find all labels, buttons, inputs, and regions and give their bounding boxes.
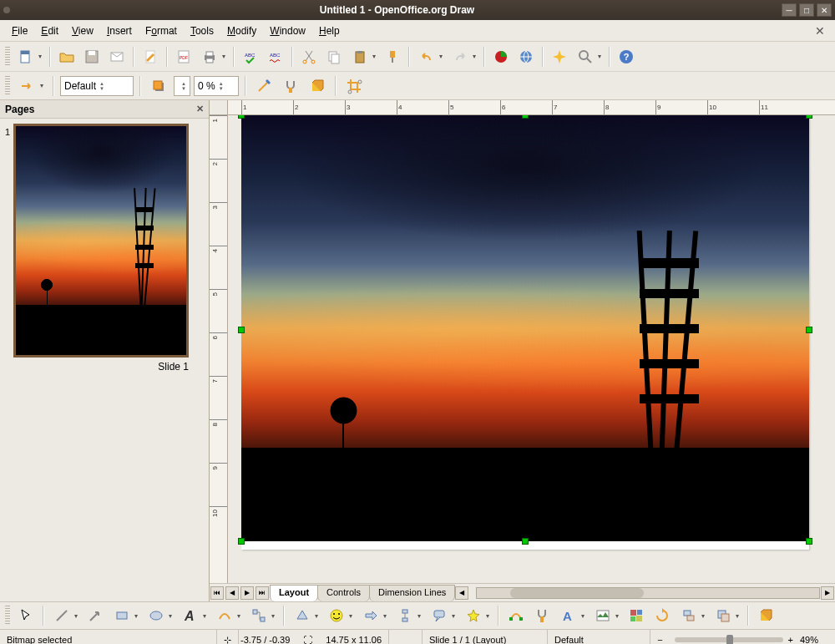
menu-window[interactable]: Window: [263, 23, 312, 39]
copy-button[interactable]: [322, 45, 346, 68]
edit-file-button[interactable]: [139, 45, 162, 68]
menu-insert[interactable]: Insert: [100, 23, 139, 39]
tab-scroll-left[interactable]: ◀: [455, 586, 468, 600]
selection-handle[interactable]: [238, 327, 245, 333]
stars-tool[interactable]: [461, 604, 493, 627]
gallery-button[interactable]: [625, 604, 648, 627]
new-button[interactable]: [13, 45, 45, 68]
extrusion-button[interactable]: [306, 74, 329, 98]
hyperlink-button[interactable]: [514, 45, 538, 68]
open-button[interactable]: [55, 45, 78, 68]
crop-button[interactable]: [342, 74, 366, 98]
arrange-button[interactable]: [711, 604, 742, 627]
gluepoints-button[interactable]: [530, 604, 554, 627]
undo-button[interactable]: [414, 45, 446, 68]
selection-handle[interactable]: [806, 327, 812, 333]
status-zoom[interactable]: 49%: [793, 630, 835, 644]
selection-handle[interactable]: [522, 115, 529, 119]
zoom-out-button[interactable]: −: [650, 630, 669, 644]
save-button[interactable]: [80, 45, 104, 68]
style-combo[interactable]: Default▲▼: [60, 76, 134, 96]
rectangle-tool[interactable]: [109, 604, 141, 627]
email-button[interactable]: [105, 45, 129, 68]
horizontal-ruler[interactable]: 1234567891011: [228, 100, 835, 115]
basic-shapes-tool[interactable]: [290, 604, 321, 627]
menu-format[interactable]: Format: [139, 23, 184, 39]
text-tool[interactable]: A: [178, 604, 210, 627]
page-thumb-item[interactable]: 1: [5, 124, 204, 357]
tab-scroll-right[interactable]: ▶: [821, 586, 834, 600]
tab-nav-next[interactable]: ▶: [240, 586, 254, 600]
page-thumbnail[interactable]: [13, 124, 189, 357]
status-page[interactable]: Slide 1 / 1 (Layout): [423, 630, 548, 644]
cut-button[interactable]: [297, 45, 321, 68]
from-file-button[interactable]: [590, 604, 622, 627]
help-button[interactable]: ?: [615, 45, 638, 68]
transparency-combo[interactable]: 0 %▲▼: [194, 76, 239, 96]
minimize-button[interactable]: ─: [782, 3, 797, 17]
extrusion-toggle-button[interactable]: [754, 604, 777, 627]
selection-handle[interactable]: [806, 538, 812, 545]
glue-points-button[interactable]: [279, 74, 302, 98]
ellipse-tool[interactable]: [144, 604, 175, 627]
selection-handle[interactable]: [238, 538, 245, 545]
toolbar-handle[interactable]: [5, 606, 10, 626]
selection-handle[interactable]: [806, 115, 812, 119]
arrow-line-tool[interactable]: [84, 604, 107, 627]
selection-handle[interactable]: [238, 115, 245, 119]
maximize-button[interactable]: □: [799, 3, 814, 17]
fill-style-combo[interactable]: ▲▼: [174, 76, 190, 96]
autospellcheck-button[interactable]: ABC: [264, 45, 287, 68]
points-button[interactable]: [504, 604, 528, 627]
vertical-ruler[interactable]: 12345678910: [210, 115, 228, 583]
export-pdf-button[interactable]: PDF: [172, 45, 195, 68]
pages-panel-body[interactable]: 1 Slide 1: [0, 119, 209, 601]
menu-modify[interactable]: Modify: [220, 23, 263, 39]
callouts-tool[interactable]: [427, 604, 458, 627]
tab-layout[interactable]: Layout: [270, 585, 318, 601]
bitmap-object[interactable]: [241, 115, 809, 541]
menu-help[interactable]: Help: [312, 23, 347, 39]
zoom-slider[interactable]: [675, 637, 783, 642]
horizontal-scrollbar[interactable]: [476, 587, 820, 599]
paste-button[interactable]: [347, 45, 379, 68]
tab-dimension-lines[interactable]: Dimension Lines: [369, 585, 455, 601]
menu-tools[interactable]: Tools: [184, 23, 220, 39]
chart-button[interactable]: [489, 45, 513, 68]
toolbar-handle[interactable]: [5, 47, 10, 67]
selection-handle[interactable]: [522, 538, 529, 545]
print-button[interactable]: [197, 45, 229, 68]
close-button[interactable]: ✕: [817, 3, 832, 17]
tab-nav-last[interactable]: ⏭: [256, 586, 269, 600]
close-doc-button[interactable]: ✕: [810, 23, 830, 39]
menu-file[interactable]: File: [5, 23, 34, 39]
spellcheck-button[interactable]: ABC: [239, 45, 262, 68]
symbol-shapes-tool[interactable]: [324, 604, 356, 627]
curve-tool[interactable]: [212, 604, 244, 627]
tab-nav-first[interactable]: ⏮: [210, 586, 224, 600]
edit-points-button[interactable]: [252, 74, 276, 98]
navigator-button[interactable]: [548, 45, 571, 68]
status-style[interactable]: Default: [548, 630, 650, 644]
flowchart-tool[interactable]: [392, 604, 424, 627]
tab-nav-prev[interactable]: ◀: [225, 586, 239, 600]
status-modified[interactable]: [389, 630, 423, 644]
menu-edit[interactable]: Edit: [34, 23, 65, 39]
menu-view[interactable]: View: [65, 23, 100, 39]
pages-panel-close-button[interactable]: ✕: [196, 104, 204, 114]
arrow-style-button[interactable]: [15, 74, 47, 98]
block-arrows-tool[interactable]: [358, 604, 390, 627]
fontwork-button[interactable]: A: [556, 604, 588, 627]
redo-button[interactable]: [448, 45, 479, 68]
format-paintbrush-button[interactable]: [381, 45, 404, 68]
shadow-button[interactable]: [147, 74, 170, 98]
canvas[interactable]: [228, 115, 835, 583]
select-tool[interactable]: [14, 604, 38, 627]
connector-tool[interactable]: [246, 604, 278, 627]
zoom-button[interactable]: [573, 45, 605, 68]
window-menu-icon[interactable]: [3, 7, 10, 13]
toolbar-handle[interactable]: [5, 76, 10, 96]
alignment-button[interactable]: [676, 604, 708, 627]
rotate-button[interactable]: [650, 604, 674, 627]
line-tool[interactable]: [49, 604, 81, 627]
